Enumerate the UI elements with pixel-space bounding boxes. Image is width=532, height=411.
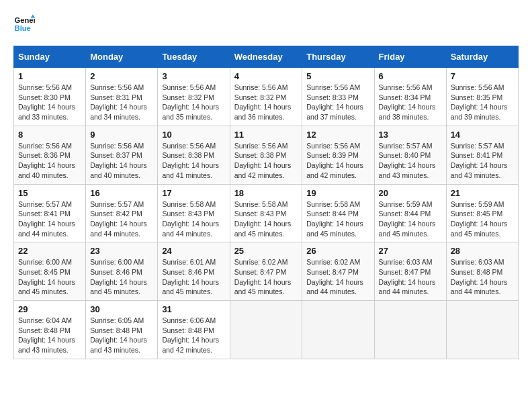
day-detail: Sunrise: 5:56 AMSunset: 8:38 PMDaylight:… — [162, 142, 219, 179]
calendar-cell: 20 Sunrise: 5:59 AMSunset: 8:44 PMDaylig… — [374, 184, 446, 242]
calendar-cell: 27 Sunrise: 6:03 AMSunset: 8:47 PMDaylig… — [374, 242, 446, 301]
header-tuesday: Tuesday — [158, 46, 230, 68]
header-monday: Monday — [86, 46, 158, 68]
calendar-cell: 18 Sunrise: 5:58 AMSunset: 8:43 PMDaylig… — [230, 184, 302, 242]
day-number: 3 — [162, 71, 225, 81]
day-number: 15 — [18, 188, 81, 198]
calendar-cell: 26 Sunrise: 6:02 AMSunset: 8:47 PMDaylig… — [302, 242, 374, 301]
calendar-cell: 24 Sunrise: 6:01 AMSunset: 8:46 PMDaylig… — [158, 242, 230, 301]
day-number: 6 — [379, 71, 442, 81]
day-detail: Sunrise: 6:03 AMSunset: 8:47 PMDaylight:… — [379, 258, 436, 295]
calendar-week-3: 15 Sunrise: 5:57 AMSunset: 8:41 PMDaylig… — [14, 184, 519, 242]
calendar-cell: 1 Sunrise: 5:56 AMSunset: 8:30 PMDayligh… — [14, 68, 86, 126]
calendar-cell: 3 Sunrise: 5:56 AMSunset: 8:32 PMDayligh… — [158, 68, 230, 126]
day-detail: Sunrise: 5:56 AMSunset: 8:33 PMDaylight:… — [306, 83, 363, 121]
logo: General Blue — [13, 13, 35, 35]
day-number: 5 — [306, 71, 369, 81]
calendar-cell: 19 Sunrise: 5:58 AMSunset: 8:44 PMDaylig… — [302, 184, 374, 242]
header-sunday: Sunday — [14, 46, 86, 68]
day-number: 21 — [451, 188, 514, 198]
day-number: 29 — [18, 304, 81, 314]
day-number: 25 — [234, 246, 298, 256]
svg-text:Blue: Blue — [15, 24, 31, 32]
day-number: 20 — [379, 188, 442, 198]
calendar-cell — [302, 301, 374, 359]
calendar-cell: 23 Sunrise: 6:00 AMSunset: 8:46 PMDaylig… — [86, 242, 158, 301]
calendar-cell: 14 Sunrise: 5:57 AMSunset: 8:41 PMDaylig… — [446, 126, 518, 184]
day-number: 23 — [90, 246, 153, 256]
calendar-cell — [446, 301, 518, 359]
day-detail: Sunrise: 5:57 AMSunset: 8:40 PMDaylight:… — [379, 142, 436, 179]
day-detail: Sunrise: 5:56 AMSunset: 8:36 PMDaylight:… — [18, 142, 75, 179]
day-number: 14 — [451, 130, 514, 140]
calendar-cell — [374, 301, 446, 359]
day-number: 9 — [90, 130, 153, 140]
day-detail: Sunrise: 6:00 AMSunset: 8:45 PMDaylight:… — [18, 258, 75, 295]
calendar-cell: 8 Sunrise: 5:56 AMSunset: 8:36 PMDayligh… — [14, 126, 86, 184]
day-detail: Sunrise: 5:56 AMSunset: 8:37 PMDaylight:… — [90, 142, 147, 179]
calendar-cell: 25 Sunrise: 6:02 AMSunset: 8:47 PMDaylig… — [230, 242, 302, 301]
day-detail: Sunrise: 5:57 AMSunset: 8:41 PMDaylight:… — [18, 200, 75, 238]
calendar-cell: 31 Sunrise: 6:06 AMSunset: 8:48 PMDaylig… — [158, 301, 230, 359]
day-number: 19 — [306, 188, 369, 198]
header-friday: Friday — [374, 46, 446, 68]
day-number: 24 — [162, 246, 225, 256]
day-number: 22 — [18, 246, 81, 256]
calendar-cell: 2 Sunrise: 5:56 AMSunset: 8:31 PMDayligh… — [86, 68, 158, 126]
calendar-cell: 21 Sunrise: 5:59 AMSunset: 8:45 PMDaylig… — [446, 184, 518, 242]
calendar-week-1: 1 Sunrise: 5:56 AMSunset: 8:30 PMDayligh… — [14, 68, 519, 126]
header-thursday: Thursday — [302, 46, 374, 68]
logo-icon: General Blue — [13, 13, 35, 35]
day-detail: Sunrise: 5:56 AMSunset: 8:30 PMDaylight:… — [18, 83, 75, 121]
day-number: 12 — [306, 130, 369, 140]
day-detail: Sunrise: 5:56 AMSunset: 8:38 PMDaylight:… — [234, 142, 292, 179]
calendar-cell: 7 Sunrise: 5:56 AMSunset: 8:35 PMDayligh… — [446, 68, 518, 126]
calendar-week-5: 29 Sunrise: 6:04 AMSunset: 8:48 PMDaylig… — [14, 301, 519, 359]
calendar-cell: 5 Sunrise: 5:56 AMSunset: 8:33 PMDayligh… — [302, 68, 374, 126]
day-number: 28 — [451, 246, 514, 256]
calendar-cell: 16 Sunrise: 5:57 AMSunset: 8:42 PMDaylig… — [86, 184, 158, 242]
day-detail: Sunrise: 6:03 AMSunset: 8:48 PMDaylight:… — [451, 258, 508, 295]
day-number: 11 — [234, 130, 298, 140]
calendar-cell: 9 Sunrise: 5:56 AMSunset: 8:37 PMDayligh… — [86, 126, 158, 184]
day-detail: Sunrise: 5:57 AMSunset: 8:42 PMDaylight:… — [90, 200, 147, 238]
calendar-cell: 29 Sunrise: 6:04 AMSunset: 8:48 PMDaylig… — [14, 301, 86, 359]
day-detail: Sunrise: 6:00 AMSunset: 8:46 PMDaylight:… — [90, 258, 147, 295]
day-number: 30 — [90, 304, 153, 314]
day-number: 13 — [379, 130, 442, 140]
day-number: 26 — [306, 246, 369, 256]
day-detail: Sunrise: 5:58 AMSunset: 8:44 PMDaylight:… — [306, 200, 363, 238]
day-detail: Sunrise: 5:56 AMSunset: 8:31 PMDaylight:… — [90, 83, 147, 121]
calendar-cell: 13 Sunrise: 5:57 AMSunset: 8:40 PMDaylig… — [374, 126, 446, 184]
header-wednesday: Wednesday — [230, 46, 302, 68]
day-number: 8 — [18, 130, 81, 140]
day-detail: Sunrise: 5:56 AMSunset: 8:35 PMDaylight:… — [451, 83, 508, 121]
calendar-cell: 4 Sunrise: 5:56 AMSunset: 8:32 PMDayligh… — [230, 68, 302, 126]
calendar-table: SundayMondayTuesdayWednesdayThursdayFrid… — [13, 46, 519, 359]
day-detail: Sunrise: 5:56 AMSunset: 8:39 PMDaylight:… — [306, 142, 363, 179]
day-detail: Sunrise: 5:56 AMSunset: 8:32 PMDaylight:… — [234, 83, 292, 121]
calendar-cell: 17 Sunrise: 5:58 AMSunset: 8:43 PMDaylig… — [158, 184, 230, 242]
day-detail: Sunrise: 6:04 AMSunset: 8:48 PMDaylight:… — [18, 316, 75, 354]
day-detail: Sunrise: 6:01 AMSunset: 8:46 PMDaylight:… — [162, 258, 219, 295]
calendar-week-2: 8 Sunrise: 5:56 AMSunset: 8:36 PMDayligh… — [14, 126, 519, 184]
day-detail: Sunrise: 6:05 AMSunset: 8:48 PMDaylight:… — [90, 316, 147, 354]
calendar-cell: 22 Sunrise: 6:00 AMSunset: 8:45 PMDaylig… — [14, 242, 86, 301]
day-number: 1 — [18, 71, 81, 81]
day-detail: Sunrise: 5:58 AMSunset: 8:43 PMDaylight:… — [162, 200, 219, 238]
day-detail: Sunrise: 6:02 AMSunset: 8:47 PMDaylight:… — [234, 258, 292, 295]
calendar-header-row: SundayMondayTuesdayWednesdayThursdayFrid… — [14, 46, 519, 68]
day-detail: Sunrise: 5:58 AMSunset: 8:43 PMDaylight:… — [234, 200, 292, 238]
calendar-cell: 6 Sunrise: 5:56 AMSunset: 8:34 PMDayligh… — [374, 68, 446, 126]
calendar-cell: 30 Sunrise: 6:05 AMSunset: 8:48 PMDaylig… — [86, 301, 158, 359]
header-saturday: Saturday — [446, 46, 518, 68]
calendar-cell: 15 Sunrise: 5:57 AMSunset: 8:41 PMDaylig… — [14, 184, 86, 242]
day-detail: Sunrise: 5:57 AMSunset: 8:41 PMDaylight:… — [451, 142, 508, 179]
day-number: 31 — [162, 304, 225, 314]
day-detail: Sunrise: 5:56 AMSunset: 8:32 PMDaylight:… — [162, 83, 219, 121]
calendar-cell: 12 Sunrise: 5:56 AMSunset: 8:39 PMDaylig… — [302, 126, 374, 184]
calendar-cell: 11 Sunrise: 5:56 AMSunset: 8:38 PMDaylig… — [230, 126, 302, 184]
day-number: 18 — [234, 188, 298, 198]
day-number: 27 — [379, 246, 442, 256]
day-number: 17 — [162, 188, 225, 198]
